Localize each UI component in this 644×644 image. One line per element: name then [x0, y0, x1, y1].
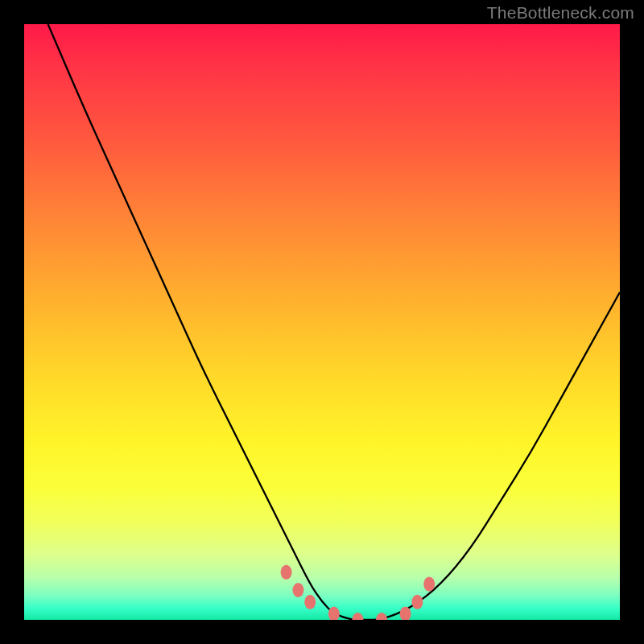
marker-dot	[304, 595, 316, 609]
marker-dot	[411, 595, 423, 609]
bottleneck-curve-path	[48, 24, 620, 620]
curve-svg	[24, 24, 620, 620]
marker-dot	[423, 577, 435, 592]
marker-dot	[292, 583, 303, 597]
marker-dot	[281, 565, 292, 580]
watermark-text: TheBottleneck.com	[487, 3, 634, 23]
marker-dot	[352, 613, 363, 620]
plot-area	[24, 24, 620, 620]
marker-dot	[376, 613, 387, 620]
chart-frame: TheBottleneck.com	[0, 0, 644, 644]
